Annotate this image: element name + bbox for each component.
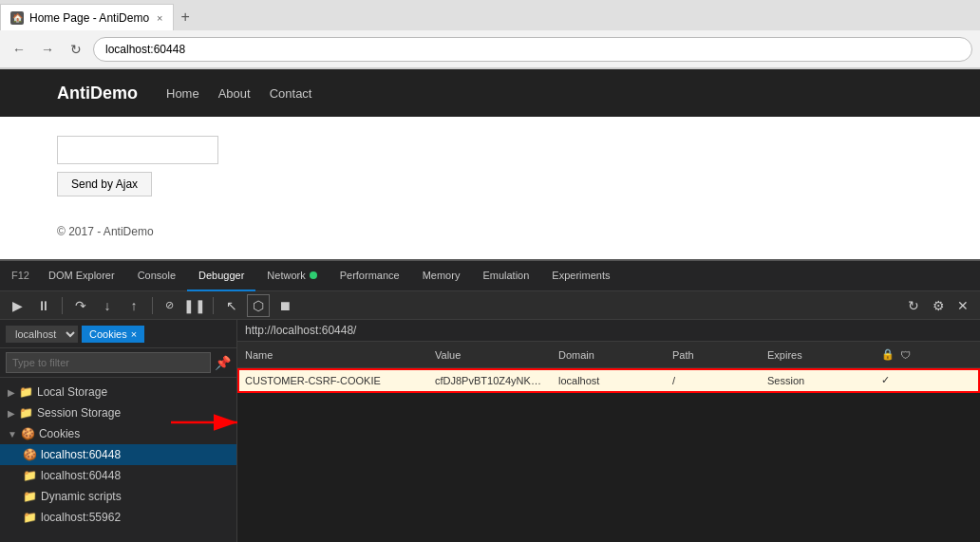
refresh-devtools-btn[interactable]: ↻ bbox=[902, 294, 925, 317]
storage-tree: ▶ 📁 Local Storage ▶ 📁 Session Storage ▼ … bbox=[0, 378, 236, 542]
tree-item-localhost-selected[interactable]: 🍪 localhost:60448 bbox=[0, 444, 236, 465]
tab-network[interactable]: Network bbox=[255, 261, 328, 291]
cookie-path-cell: / bbox=[665, 375, 760, 386]
dom-event-button[interactable]: ⬡ bbox=[247, 294, 270, 317]
tab-memory[interactable]: Memory bbox=[411, 261, 472, 291]
folder-icon-2: 📁 bbox=[23, 490, 37, 503]
sidebar-header: localhost Cookies × bbox=[0, 320, 236, 348]
footer-text: © 2017 - AntiDemo bbox=[57, 225, 154, 238]
expand-arrow-2: ▶ bbox=[8, 408, 15, 419]
toolbar-sep-1 bbox=[62, 297, 63, 314]
website-area: AntiDemo Home About Contact Send by Ajax… bbox=[0, 69, 980, 259]
col-header-path: Path bbox=[665, 349, 760, 361]
site-text-input[interactable] bbox=[57, 136, 218, 164]
url-bar: http://localhost:60448/ bbox=[237, 320, 980, 342]
tab-close-btn[interactable]: × bbox=[157, 12, 162, 24]
localhost-label-3: localhost:55962 bbox=[41, 511, 121, 524]
col-header-icons: 🔒 🛡 bbox=[874, 348, 918, 361]
toolbar-sep-2 bbox=[152, 297, 153, 314]
url-display: http://localhost:60448/ bbox=[245, 324, 356, 337]
break-exceptions-button[interactable]: ⊘ bbox=[160, 294, 179, 317]
site-content: Send by Ajax bbox=[0, 117, 980, 215]
break-next-button[interactable]: ❚❚ bbox=[183, 294, 206, 317]
play-button[interactable]: ▶ bbox=[6, 294, 28, 317]
folder-icon-1: 📁 bbox=[23, 469, 37, 482]
site-footer: © 2017 - AntiDemo bbox=[0, 215, 980, 248]
tab-debugger[interactable]: Debugger bbox=[187, 261, 255, 291]
tab-title: Home Page - AntiDemo bbox=[29, 11, 149, 25]
cursor-button[interactable]: ↖ bbox=[220, 294, 243, 317]
col-header-expires: Expires bbox=[760, 349, 874, 361]
step-out-button[interactable]: ↑ bbox=[122, 294, 145, 317]
cookie-expires-cell: Session bbox=[760, 375, 874, 386]
devtools-tabbar: F12 DOM Explorer Console Debugger Networ… bbox=[0, 261, 980, 291]
right-toolbar: ↻ ⚙ ✕ bbox=[902, 294, 974, 317]
cookie-row[interactable]: CUSTOMER-CSRF-COOKIE cfDJ8PvBT10Z4yNKsT.… bbox=[237, 368, 980, 393]
back-button[interactable]: ← bbox=[8, 38, 30, 61]
forward-button[interactable]: → bbox=[36, 38, 59, 61]
filter-row: 📌 bbox=[0, 348, 236, 378]
network-active-dot bbox=[310, 271, 317, 279]
nav-link-contact[interactable]: Contact bbox=[270, 86, 312, 101]
col-header-domain: Domain bbox=[551, 349, 665, 361]
browser-tab[interactable]: 🏠 Home Page - AntiDemo × bbox=[0, 4, 174, 30]
site-links: Home About Contact bbox=[166, 86, 311, 101]
tree-item-cookies[interactable]: ▼ 🍪 Cookies bbox=[0, 423, 236, 444]
cookie-domain-cell: localhost bbox=[551, 375, 665, 386]
nav-link-home[interactable]: Home bbox=[166, 86, 199, 101]
session-storage-label: Session Storage bbox=[37, 406, 121, 420]
tree-item-dynamic-scripts[interactable]: 📁 Dynamic scripts bbox=[0, 486, 236, 507]
tab-favicon: 🏠 bbox=[10, 11, 24, 25]
tab-experiments[interactable]: Experiments bbox=[540, 261, 621, 291]
toolbar-sep-3 bbox=[213, 297, 214, 314]
cookies-tab-close-btn[interactable]: × bbox=[131, 328, 137, 340]
col-header-value: Value bbox=[427, 349, 551, 361]
pin-button[interactable]: 📌 bbox=[215, 355, 231, 370]
step-over-button[interactable]: ↷ bbox=[69, 294, 92, 317]
cookie-row-wrapper: CUSTOMER-CSRF-COOKIE cfDJ8PvBT10Z4yNKsT.… bbox=[237, 368, 980, 393]
devtools-sidebar: localhost Cookies × 📌 ▶ 📁 bbox=[0, 320, 237, 542]
expand-arrow-3: ▼ bbox=[8, 429, 17, 439]
tab-emulation[interactable]: Emulation bbox=[471, 261, 540, 291]
cookies-label: Cookies bbox=[39, 427, 80, 440]
refresh-button[interactable]: ↻ bbox=[65, 38, 87, 61]
tab-dom-explorer[interactable]: DOM Explorer bbox=[37, 261, 126, 291]
url-input[interactable] bbox=[93, 37, 972, 62]
cookies-tab-label: Cookies bbox=[89, 328, 127, 340]
dynamic-scripts-label: Dynamic scripts bbox=[41, 490, 122, 503]
filter-input[interactable] bbox=[6, 352, 211, 373]
localhost-label-2: localhost:60448 bbox=[41, 469, 121, 482]
folder-icon-3: 📁 bbox=[23, 511, 37, 524]
devtools-toolbar: ▶ ⏸ ↷ ↓ ↑ ⊘ ❚❚ ↖ ⬡ ⏹ ↻ ⚙ ✕ bbox=[0, 291, 980, 320]
send-ajax-button[interactable]: Send by Ajax bbox=[57, 172, 152, 196]
address-bar: ← → ↻ bbox=[0, 30, 980, 68]
close-devtools-btn[interactable]: ✕ bbox=[952, 294, 974, 317]
tree-item-localhost-2[interactable]: 📁 localhost:60448 bbox=[0, 465, 236, 486]
cookie-check-cell: ✓ bbox=[874, 374, 931, 386]
tab-performance[interactable]: Performance bbox=[329, 261, 411, 291]
step-into-button[interactable]: ↓ bbox=[96, 294, 119, 317]
pause-button[interactable]: ⏸ bbox=[32, 294, 55, 317]
localhost-label-1: localhost:60448 bbox=[41, 448, 121, 461]
location-dropdown[interactable]: localhost bbox=[6, 326, 78, 343]
nav-link-about[interactable]: About bbox=[218, 86, 251, 101]
tree-item-local-storage[interactable]: ▶ 📁 Local Storage bbox=[0, 382, 236, 402]
stop-button[interactable]: ⏹ bbox=[273, 294, 296, 317]
devtools-body: localhost Cookies × 📌 ▶ 📁 bbox=[0, 320, 980, 542]
cookies-table-body: CUSTOMER-CSRF-COOKIE cfDJ8PvBT10Z4yNKsT.… bbox=[237, 368, 980, 393]
lock-icon: 🔒 bbox=[881, 348, 895, 361]
new-tab-button[interactable]: + bbox=[174, 5, 198, 29]
session-storage-icon: 📁 bbox=[19, 406, 33, 420]
site-brand: AntiDemo bbox=[57, 84, 138, 103]
cookies-panel-tab[interactable]: Cookies × bbox=[82, 326, 144, 343]
f12-label: F12 bbox=[4, 261, 37, 291]
local-storage-label: Local Storage bbox=[37, 385, 107, 399]
local-storage-icon: 📁 bbox=[19, 385, 33, 399]
tree-item-localhost-3[interactable]: 📁 localhost:55962 bbox=[0, 507, 236, 528]
cookie-name-cell: CUSTOMER-CSRF-COOKIE bbox=[237, 375, 427, 386]
settings-btn[interactable]: ⚙ bbox=[927, 294, 950, 317]
cookies-icon: 🍪 bbox=[21, 427, 35, 440]
tab-console[interactable]: Console bbox=[126, 261, 187, 291]
tree-item-session-storage[interactable]: ▶ 📁 Session Storage bbox=[0, 402, 236, 423]
cookie-icon-selected: 🍪 bbox=[23, 448, 37, 461]
